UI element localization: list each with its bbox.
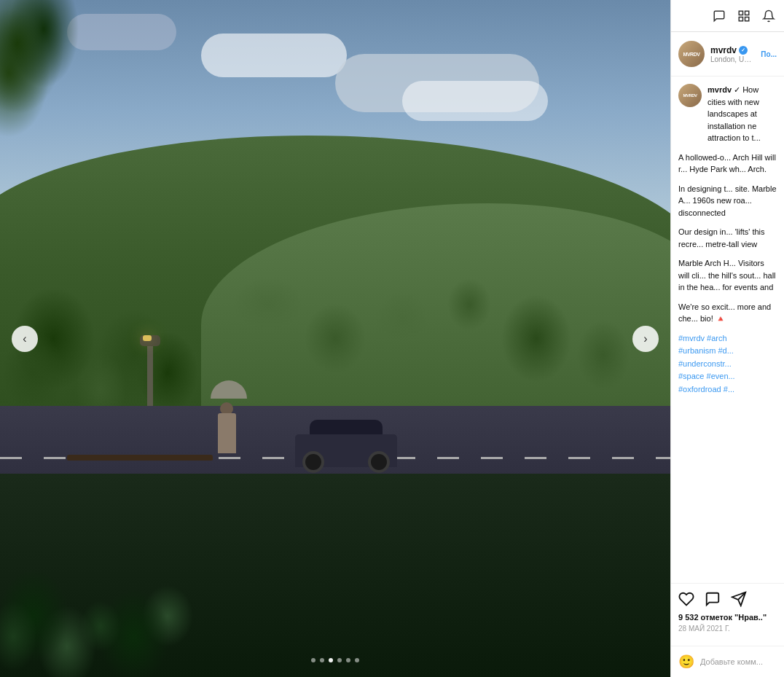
dot-6[interactable] [355,658,359,662]
car-wheel-right [368,451,390,473]
instagram-sidebar: MVRDV mvrdv ✓ London, United K По... MVR… [670,0,784,677]
svg-rect-0 [739,11,742,15]
next-image-button[interactable]: › [632,326,659,352]
dot-2[interactable] [320,658,324,662]
lamp-light [143,335,152,341]
profile-info: mvrdv ✓ London, United K [710,45,755,63]
cloud-1 [201,34,347,77]
profile-location: London, United K [710,55,755,63]
foreground-vegetation [0,474,670,677]
paragraph-1: A hollowed-o... Arch Hill will r... Hyde… [678,152,777,176]
actions-bar: 9 532 отметок "Нрав.." 28 МАЙ 2021 Г. [671,583,784,646]
like-button[interactable] [678,591,694,607]
post-date: 28 МАЙ 2021 Г. [678,625,777,633]
action-icons-row [678,591,777,607]
paragraph-2: In designing t... site. Marble A... 1960… [678,183,777,219]
likes-count: 9 532 отметок "Нрав.." [678,613,777,622]
svg-rect-1 [745,11,749,15]
post-author-row: MVRDV mvrdv ✓ How cities with new landsc… [678,84,777,144]
hashtags: #mvrdv #arch #urbanism #d... #underconst… [678,332,777,396]
profile-avatar[interactable]: MVRDV [678,41,705,67]
share-button[interactable] [731,591,747,607]
post-image: ‹ › [0,0,670,677]
image-dots-indicator [311,658,359,662]
top-bar [671,0,784,32]
post-username: mvrdv [707,85,732,94]
paragraph-5: We're so excit... more and che... bio! 🔺 [678,301,777,325]
trees-overlay [0,101,670,440]
emoji-button[interactable]: 🙂 [678,654,694,670]
verified-badge: ✓ [739,46,748,55]
car-wheel-left [302,451,324,473]
foreground-plants [0,474,670,677]
tree-top-left [0,0,87,146]
post-author-avatar[interactable]: MVRDV [678,84,702,107]
dot-3[interactable] [329,658,333,662]
post-content-area: MVRDV mvrdv ✓ How cities with new landsc… [671,77,784,583]
username-label: mvrdv [710,45,737,55]
dot-1[interactable] [311,658,315,662]
lamp-head [140,335,160,346]
comment-row: 🙂 Добавьте комм... [671,646,784,677]
profile-name: mvrdv ✓ [710,45,755,55]
paragraph-4: Marble Arch H... Visitors will cli... th… [678,257,777,294]
verified-inline: ✓ [734,85,742,94]
paragraph-3: Our design in... 'lifts' this recre... m… [678,226,777,250]
svg-rect-3 [745,17,749,20]
car [295,420,397,467]
prev-image-button[interactable]: ‹ [12,326,38,352]
park-bench [67,455,213,461]
follow-button[interactable]: По... [761,50,777,58]
comment-input[interactable]: Добавьте комм... [700,657,777,666]
comment-button[interactable] [705,591,721,607]
grid-icon[interactable] [736,8,752,24]
profile-header: MVRDV mvrdv ✓ London, United K По... [671,32,784,77]
dot-4[interactable] [337,658,342,662]
dot-5[interactable] [346,658,350,662]
person-body [218,413,236,453]
main-image-panel: ‹ › [0,0,670,677]
svg-rect-2 [739,17,742,20]
notifications-icon[interactable] [761,8,777,24]
messenger-icon[interactable] [711,8,727,24]
person-with-umbrella [214,395,240,453]
post-caption: mvrdv ✓ How cities with new landscapes a… [707,84,777,144]
